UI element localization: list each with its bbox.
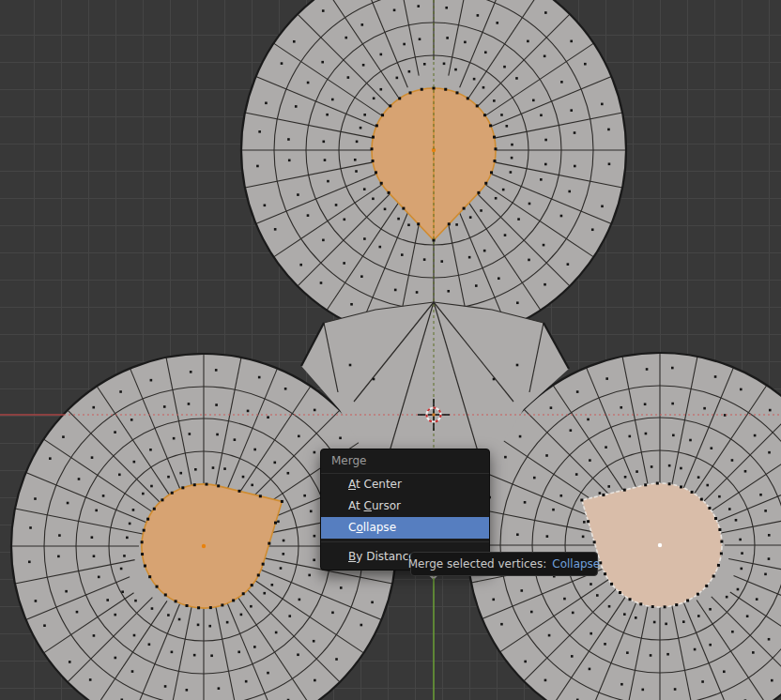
viewport-3d[interactable]: Merge At CenterAt CursorCollapseBy Dista…: [0, 0, 781, 700]
tooltip-label: Merge selected vertices:: [408, 557, 546, 571]
tooltip-value: Collapse: [552, 557, 600, 571]
merge-menu-title: Merge: [321, 449, 489, 474]
viewport-canvas: [0, 0, 781, 700]
menu-item-collapse[interactable]: Collapse: [321, 517, 489, 539]
menu-item-at-center[interactable]: At Center: [321, 474, 489, 495]
tooltip-merge: Merge selected vertices: Collapse: [410, 552, 598, 576]
menu-separator: [321, 541, 489, 542]
menu-item-at-cursor[interactable]: At Cursor: [321, 495, 489, 517]
